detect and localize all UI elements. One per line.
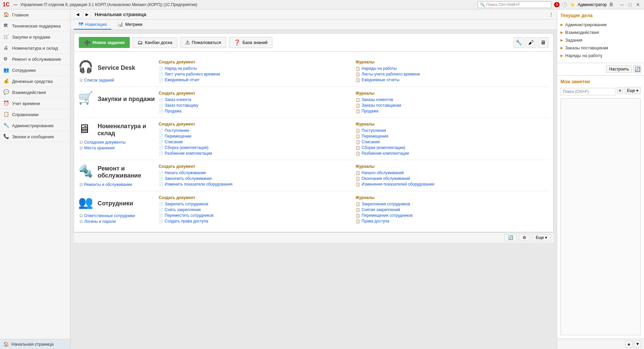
display-button[interactable]: 🖥 [538, 37, 548, 48]
link-task-list[interactable]: ☑ Список заданий [79, 78, 155, 83]
star-icon[interactable]: ⭐ [570, 2, 575, 7]
jlink-writeoffs[interactable]: 📋Списания [356, 140, 549, 144]
sidebar-item-main[interactable]: 🏠 Главное [0, 9, 70, 20]
jlink-disassemblies[interactable]: 📋Разбиения комплектации [356, 151, 549, 156]
jlink-client-orders[interactable]: 📋Заказы клиентов [356, 97, 549, 102]
refresh-bottom-button[interactable]: 🔄 [504, 234, 517, 241]
jlink-assignments[interactable]: 📋Закрепления сотрудников [356, 202, 549, 206]
settings-bottom-button[interactable]: ⚙ [519, 234, 530, 241]
sidebar-label-timekeeping: Учет времени [12, 101, 40, 106]
notes-more-button[interactable]: Еще ▾ [625, 87, 641, 94]
options-icon[interactable]: ⋮ [549, 12, 553, 17]
jlink-transfers[interactable]: 📋Перемещения [356, 134, 549, 139]
jlink-removals[interactable]: 📋Снятия закреплений [356, 207, 549, 212]
link-receipt[interactable]: 📄Поступление [159, 128, 352, 133]
jlink-moves[interactable]: 📋Перемещения сотрудников [356, 213, 549, 218]
jlink-narads[interactable]: 📋Наряды на работы [356, 66, 549, 71]
sidebar-item-support[interactable]: 🛠 Техническая поддержка [0, 20, 70, 32]
journals-header-employees: Журналы [356, 195, 549, 200]
jlink-receipts[interactable]: 📋Поступления [356, 128, 549, 133]
new-task-button[interactable]: ➕ Новое задание [79, 37, 130, 48]
tab-metrics[interactable]: 📊 Метрики [113, 19, 147, 30]
sidebar-item-purchases[interactable]: 🛒 Закупки и продажи [0, 32, 70, 43]
clock-icon[interactable]: 🕐 [562, 2, 567, 7]
link-move-emp[interactable]: 📄Переместить сотрудников [159, 213, 352, 218]
link-disassembly[interactable]: 📄Разбиение комплектации [159, 151, 352, 156]
menu-icon[interactable]: ☰ [609, 2, 613, 7]
jlink-indicators-changes[interactable]: 📋Изменения показателей оборудования [356, 182, 549, 187]
link-logins[interactable]: ☑ Логины и пароли [79, 219, 155, 224]
sections-container: 🎧 Service Desk ☑ Список заданий [74, 51, 553, 232]
jlink-service-starts[interactable]: 📋Начало обслуживаний [356, 170, 549, 175]
link-assign-emp[interactable]: 📄Закрепить сотрудников [159, 202, 352, 206]
link-start-service[interactable]: 📄Начать обслуживание [159, 170, 352, 175]
link-sale[interactable]: 📄Продажа [159, 109, 352, 113]
search-bar[interactable]: 🔍 Поиск Ctrl+Shift+F [478, 1, 551, 8]
link-end-service[interactable]: 📄Закончить обслуживание [159, 176, 352, 181]
link-narad[interactable]: 📄Наряд на работы [159, 66, 352, 71]
notification-badge[interactable]: 1 [554, 2, 559, 7]
jlink-service-ends[interactable]: 📋Окончания обслуживаний [356, 176, 549, 181]
sidebar-item-employees[interactable]: 👥 Сотрудники [0, 65, 70, 76]
link-timesheet[interactable]: 📄Лист учета рабочего времени [159, 72, 352, 77]
link-responsible[interactable]: ☑ Ответственные сотрудники [79, 213, 155, 218]
link-change-indicators[interactable]: 📄Изменить показатели оборудования [159, 182, 352, 187]
task-item-tasks[interactable]: ▶ Задания [560, 36, 641, 44]
jlink-daily-reports[interactable]: 📋Ежедневные отчеты [356, 78, 549, 82]
notes-search-input[interactable] [560, 88, 615, 95]
link-repairs[interactable]: ☑ Ремонты и обслуживание [79, 182, 155, 187]
close-button[interactable]: ✕ [635, 1, 641, 8]
jlink-supplier-orders[interactable]: 📋Заказы поставщикам [356, 103, 549, 108]
create-header-employees: Создать документ [159, 195, 352, 200]
sidebar-item-timekeeping[interactable]: ⏰ Учет времени [0, 98, 70, 109]
jlink-access-rights[interactable]: 📋Права доступа [356, 219, 549, 223]
sidebar-item-repair[interactable]: ⚙ Ремонт и обслуживание [0, 54, 70, 65]
notes-clear-button[interactable]: ✕ [617, 87, 623, 94]
scroll-up-button[interactable]: ▲ [625, 340, 633, 348]
link-daily-report[interactable]: 📄Ежедневный отчет [159, 78, 352, 82]
refresh-right-button[interactable]: 🔄 [633, 65, 641, 73]
task-arrow-admin: ▶ [560, 23, 563, 27]
minimize-button[interactable]: ─ [619, 1, 625, 8]
forward-button[interactable]: ▶ [83, 11, 91, 18]
sidebar-item-interactions[interactable]: 💬 Взаимодействия [0, 87, 70, 98]
customize-button[interactable]: Настроить [606, 65, 632, 73]
knowledge-button[interactable]: ❓ База знаний [229, 37, 273, 48]
task-item-interactions[interactable]: ▶ Взаимодействия [560, 29, 641, 36]
link-warehouse-docs[interactable]: ☑ Складские документы [79, 140, 155, 145]
back-button[interactable]: ◀ [74, 11, 81, 18]
tab-navigation[interactable]: 🗺 Навигация [74, 19, 111, 30]
sidebar-item-reference[interactable]: 📋 Справочники [0, 109, 70, 120]
journals-header-service-desk: Журналы [356, 60, 549, 64]
link-writeoff[interactable]: 📄Списание [159, 140, 352, 144]
link-assembly[interactable]: 📄Сборка (комплектация) [159, 145, 352, 150]
task-item-admin[interactable]: ▶ Администрирование [560, 21, 641, 29]
link-create-access[interactable]: 📄Создать права доступа [159, 219, 352, 223]
more-bottom-button[interactable]: Еще ▾ [532, 234, 551, 241]
bottom-bar: 🔄 ⚙ Еще ▾ [74, 232, 553, 243]
link-storage[interactable]: ☑ Места хранения [79, 146, 155, 150]
complain-button[interactable]: ⚠ Пожаловаться [180, 37, 226, 48]
link-client-order[interactable]: 📄Заказ клиента [159, 97, 352, 102]
jlink-assemblies[interactable]: 📋Сборки (комплектации) [356, 145, 549, 150]
scroll-down-button[interactable]: ▼ [634, 340, 641, 348]
calls-icon: 📞 [3, 134, 9, 140]
task-item-work-orders[interactable]: ▶ Наряды на работу [560, 52, 641, 59]
task-item-supplier-orders[interactable]: ▶ Заказы поставщикам [560, 44, 641, 52]
sidebar-item-admin[interactable]: 🔧 Администрирование [0, 120, 70, 131]
jlink-timesheets[interactable]: 📋Листы учета рабочего времени [356, 72, 549, 77]
link-transfer[interactable]: 📄Перемещение [159, 134, 352, 139]
sidebar-item-nomenclature[interactable]: 🖨 Номенклатура и склад [0, 43, 70, 54]
link-supplier-order[interactable]: 📄Заказ поставщику [159, 103, 352, 108]
paint-button[interactable]: 🖌 [526, 37, 536, 48]
sidebar-home[interactable]: 🏠 Начальная страница [0, 339, 70, 349]
kanban-button[interactable]: 🗂 Канбан доска [132, 37, 177, 48]
settings-tool-button[interactable]: 🔧 [514, 37, 524, 48]
restore-button[interactable]: □ [627, 1, 633, 8]
link-remove-assign[interactable]: 📄Снять закрепление [159, 207, 352, 212]
tab-metrics-label: Метрики [125, 22, 142, 27]
sidebar-item-money[interactable]: 💰 Денежные средства [0, 76, 70, 87]
section-left-nomenclature: 🖥 Номенклатура и склад ☑ Складские докум… [78, 122, 155, 150]
jlink-sales[interactable]: 📋Продажи [356, 109, 549, 113]
sidebar-item-calls[interactable]: 📞 Звонки и сообщения [0, 131, 70, 142]
